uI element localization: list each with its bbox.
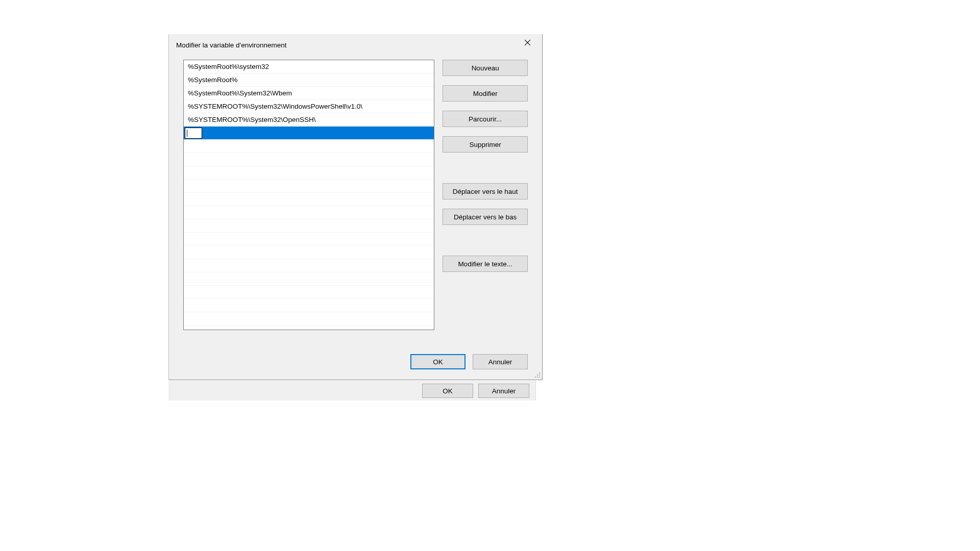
- list-item-editing[interactable]: [184, 127, 434, 140]
- edit-env-var-dialog: Modifier la variable d'environnement %Sy…: [168, 34, 543, 380]
- delete-button[interactable]: Supprimer: [443, 136, 528, 153]
- move-up-button[interactable]: Déplacer vers le haut: [443, 183, 528, 199]
- empty-rows: [184, 140, 434, 330]
- list-item[interactable]: %SYSTEMROOT%\System32\WindowsPowerShell\…: [184, 100, 434, 113]
- edit-button[interactable]: Modifier: [443, 85, 528, 102]
- close-icon[interactable]: [516, 34, 539, 51]
- svg-point-2: [539, 372, 540, 373]
- dialog-title: Modifier la variable d'environnement: [176, 41, 286, 49]
- svg-point-6: [537, 377, 538, 378]
- parent-cancel-button[interactable]: Annuler: [478, 384, 529, 398]
- ok-button[interactable]: OK: [410, 354, 465, 369]
- text-caret-icon: [187, 130, 187, 137]
- edit-text-button[interactable]: Modifier le texte...: [443, 256, 528, 272]
- move-down-button[interactable]: Déplacer vers le bas: [443, 209, 528, 225]
- list-item[interactable]: %SystemRoot%\System32\Wbem: [184, 87, 434, 100]
- dialog-footer: OK Annuler: [169, 349, 542, 380]
- path-entries-listbox[interactable]: %SystemRoot%\system32 %SystemRoot% %Syst…: [183, 60, 434, 330]
- list-item[interactable]: %SYSTEMROOT%\System32\OpenSSH\: [184, 113, 434, 127]
- svg-point-5: [535, 377, 536, 378]
- browse-button[interactable]: Parcourir...: [443, 111, 528, 127]
- parent-dialog-footer: OK Annuler: [168, 380, 536, 400]
- dialog-body: %SystemRoot%\system32 %SystemRoot% %Syst…: [169, 56, 542, 349]
- parent-ok-button[interactable]: OK: [422, 384, 473, 398]
- svg-point-3: [537, 374, 538, 375]
- resize-grip-icon[interactable]: [533, 371, 541, 378]
- list-item[interactable]: %SystemRoot%\system32: [184, 60, 434, 73]
- cancel-button[interactable]: Annuler: [473, 354, 528, 369]
- svg-point-7: [539, 377, 540, 378]
- inline-edit-input[interactable]: [185, 128, 202, 139]
- new-button[interactable]: Nouveau: [443, 60, 528, 76]
- svg-point-4: [539, 374, 540, 375]
- list-item[interactable]: %SystemRoot%: [184, 73, 434, 87]
- side-button-column: Nouveau Modifier Parcourir... Supprimer …: [443, 60, 528, 343]
- dialog-titlebar: Modifier la variable d'environnement: [169, 34, 542, 56]
